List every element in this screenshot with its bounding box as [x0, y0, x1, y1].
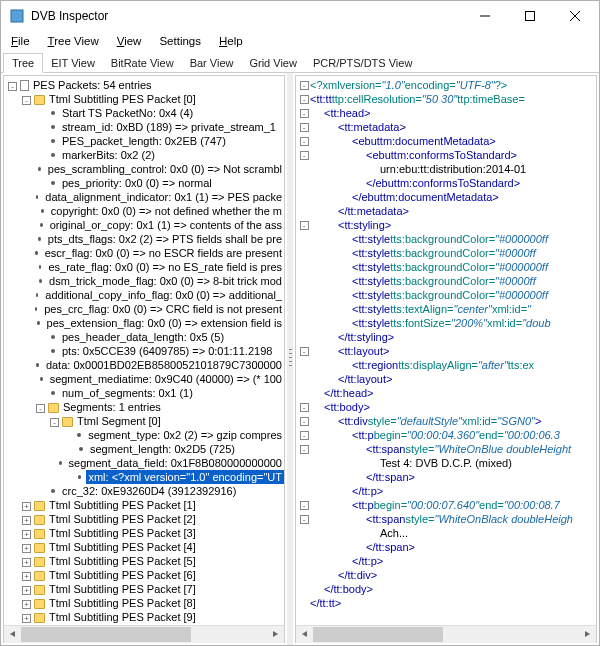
tree-row[interactable]: xml: <?xml version="1.0" encoding="UT [6, 470, 284, 484]
expand-icon[interactable]: + [22, 600, 31, 609]
tree-row[interactable]: pes_header_data_length: 0x5 (5) [6, 330, 284, 344]
tree-row[interactable]: -Segments: 1 entries [6, 400, 284, 414]
tree-row[interactable]: segment_type: 0x2 (2) => gzip compres [6, 428, 284, 442]
collapse-icon[interactable]: - [22, 96, 31, 105]
tree-row[interactable]: copyright: 0x0 (0) => not defined whethe… [6, 204, 284, 218]
menu-view[interactable]: View [109, 33, 150, 49]
xml-line[interactable]: </tt:body> [298, 582, 596, 596]
fold-icon[interactable]: - [300, 221, 309, 230]
xml-line[interactable]: -<tt:styling> [298, 218, 596, 232]
expand-icon[interactable]: + [22, 502, 31, 511]
fold-icon[interactable]: - [300, 403, 309, 412]
xml-line[interactable]: </tt:tt> [298, 596, 596, 610]
xml-line[interactable]: Ach... [298, 526, 596, 540]
xml-line[interactable]: </tt:div> [298, 568, 596, 582]
expand-icon[interactable]: + [22, 586, 31, 595]
fold-icon[interactable]: - [300, 501, 309, 510]
tree-row[interactable]: markerBits: 0x2 (2) [6, 148, 284, 162]
fold-icon[interactable]: - [300, 417, 309, 426]
fold-icon[interactable]: - [300, 123, 309, 132]
xml-line[interactable]: -<tt:head> [298, 106, 596, 120]
tree-row[interactable]: pts: 0x5CCE39 (6409785) => 0:01:11.2198 [6, 344, 284, 358]
tree-row[interactable]: +Ttml Subtitling PES Packet [1] [6, 498, 284, 512]
fold-icon[interactable]: - [300, 137, 309, 146]
expand-icon[interactable]: + [22, 572, 31, 581]
tab-bar-view[interactable]: Bar View [182, 54, 242, 72]
fold-icon[interactable]: - [300, 515, 309, 524]
collapse-icon[interactable]: - [36, 404, 45, 413]
xml-line[interactable]: <tt:style tts:fontSize="200%" xml:id="do… [298, 316, 596, 330]
tree-row[interactable]: +Ttml Subtitling PES Packet [6] [6, 568, 284, 582]
tree-row[interactable]: pes_priority: 0x0 (0) => normal [6, 176, 284, 190]
tree-row[interactable]: -Ttml Subtitling PES Packet [0] [6, 92, 284, 106]
tree-row[interactable]: segment_data_field: 0x1F8B080000000000 [6, 456, 284, 470]
tree-row[interactable]: PES_packet_length: 0x2EB (747) [6, 134, 284, 148]
tree-row[interactable]: pes_crc_flag: 0x0 (0) => CRC field is no… [6, 302, 284, 316]
tree-hscrollbar[interactable] [4, 625, 284, 642]
xml-view[interactable]: -<?xml version="1.0" encoding="UTF-8"?>-… [296, 76, 596, 625]
collapse-icon[interactable]: - [50, 418, 59, 427]
xml-line[interactable]: </tt:p> [298, 554, 596, 568]
scroll-left-icon[interactable] [296, 626, 313, 643]
fold-icon[interactable]: - [300, 109, 309, 118]
fold-icon[interactable]: - [300, 347, 309, 356]
xml-line[interactable]: </tt:head> [298, 386, 596, 400]
xml-line[interactable]: -<?xml version="1.0" encoding="UTF-8"?> [298, 78, 596, 92]
tree-row[interactable]: pes_extension_flag: 0x0 (0) => extension… [6, 316, 284, 330]
fold-icon[interactable]: - [300, 445, 309, 454]
tree-row[interactable]: -PES Packets: 54 entries [6, 78, 284, 92]
tree-row[interactable]: stream_id: 0xBD (189) => private_stream_… [6, 120, 284, 134]
xml-line[interactable]: -<tt:span style="WhiteOnBlack doubleHeig… [298, 512, 596, 526]
tree-row[interactable]: escr_flag: 0x0 (0) => no ESCR fields are… [6, 246, 284, 260]
xml-line[interactable]: <tt:style tts:backgroundColor="#0000ff [298, 246, 596, 260]
tree-row[interactable]: +Ttml Subtitling PES Packet [5] [6, 554, 284, 568]
xml-line[interactable]: <tt:style tts:backgroundColor="#000000ff [298, 288, 596, 302]
expand-icon[interactable]: + [22, 516, 31, 525]
expand-icon[interactable]: + [22, 614, 31, 623]
tree-row[interactable]: +Ttml Subtitling PES Packet [2] [6, 512, 284, 526]
xml-hscrollbar[interactable] [296, 625, 596, 642]
tab-grid-view[interactable]: Grid View [241, 54, 304, 72]
tree-row[interactable]: es_rate_flag: 0x0 (0) => no ES_rate fiel… [6, 260, 284, 274]
tree-row[interactable]: num_of_segments: 0x1 (1) [6, 386, 284, 400]
xml-line[interactable]: -<tt:p begin="00:00:07.640" end="00:00:0… [298, 498, 596, 512]
tree-row[interactable]: +Ttml Subtitling PES Packet [7] [6, 582, 284, 596]
tree-row[interactable]: original_or_copy: 0x1 (1) => contents of… [6, 218, 284, 232]
xml-line[interactable]: Test 4: DVB D.C.P. (mixed) [298, 456, 596, 470]
expand-icon[interactable]: + [22, 530, 31, 539]
fold-icon[interactable]: - [300, 431, 309, 440]
tree-row[interactable]: +Ttml Subtitling PES Packet [3] [6, 526, 284, 540]
tab-pcr-pts-dts-view[interactable]: PCR/PTS/DTS View [305, 54, 420, 72]
expand-icon[interactable]: + [22, 558, 31, 567]
xml-line[interactable]: </tt:p> [298, 484, 596, 498]
tree-row[interactable]: segment_length: 0x2D5 (725) [6, 442, 284, 456]
tree-row[interactable]: Start TS PacketNo: 0x4 (4) [6, 106, 284, 120]
tab-tree[interactable]: Tree [3, 53, 43, 73]
menu-settings[interactable]: Settings [151, 33, 209, 49]
scroll-right-icon[interactable] [267, 626, 284, 643]
minimize-button[interactable] [462, 2, 507, 30]
tree-row[interactable]: segment_mediatime: 0x9C40 (40000) => (* … [6, 372, 284, 386]
tree-view[interactable]: -PES Packets: 54 entries-Ttml Subtitling… [4, 76, 284, 625]
xml-line[interactable]: urn:ebu:tt:distribution:2014-01 [298, 162, 596, 176]
xml-line[interactable]: -<tt:p begin="00:00:04.360" end="00:00:0… [298, 428, 596, 442]
tree-row[interactable]: +Ttml Subtitling PES Packet [8] [6, 596, 284, 610]
menu-treeview[interactable]: Tree View [40, 33, 107, 49]
xml-line[interactable]: <tt:style tts:textAlign="center" xml:id=… [298, 302, 596, 316]
tab-bitrate-view[interactable]: BitRate View [103, 54, 182, 72]
scroll-right-icon[interactable] [579, 626, 596, 643]
xml-line[interactable]: </tt:styling> [298, 330, 596, 344]
splitter[interactable] [287, 73, 293, 645]
xml-line[interactable]: <tt:style tts:backgroundColor="#000000ff [298, 232, 596, 246]
xml-line[interactable]: -<ebuttm:conformsToStandard> [298, 148, 596, 162]
xml-line[interactable]: -<tt:metadata> [298, 120, 596, 134]
fold-icon[interactable]: - [300, 95, 309, 104]
xml-line[interactable]: <tt:style tts:backgroundColor="#000000ff [298, 260, 596, 274]
xml-line[interactable]: <tt:style tts:backgroundColor="#0000ff [298, 274, 596, 288]
collapse-icon[interactable]: - [8, 82, 17, 91]
scroll-left-icon[interactable] [4, 626, 21, 643]
xml-line[interactable]: -<tt:tt ttp:cellResolution="50 30" ttp:t… [298, 92, 596, 106]
tab-eit-view[interactable]: EIT View [43, 54, 103, 72]
tree-row[interactable]: dsm_trick_mode_flag: 0x0 (0) => 8-bit tr… [6, 274, 284, 288]
xml-line[interactable]: </ebuttm:documentMetadata> [298, 190, 596, 204]
